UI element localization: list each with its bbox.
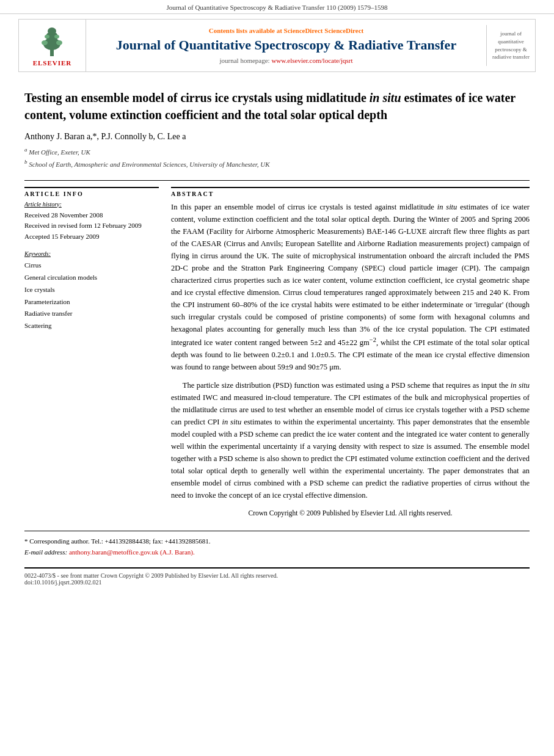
- journal-citation: Journal of Quantitative Spectroscopy & R…: [166, 4, 387, 11]
- journal-banner: ELSEVIER Contents lists available at Sci…: [18, 19, 536, 72]
- svg-point-3: [48, 27, 56, 35]
- elsevier-tree-icon: [34, 24, 70, 58]
- journal-top-bar: Journal of Quantitative Spectroscopy & R…: [0, 0, 554, 14]
- issn-line: 0022-4073/$ - see front matter Crown Cop…: [24, 572, 530, 579]
- divider: [24, 180, 530, 181]
- email-note: E-mail address: anthony.baran@metoffice.…: [24, 547, 530, 558]
- copyright-line: Crown Copyright © 2009 Published by Else…: [171, 507, 530, 518]
- abstract-text: In this paper an ensemble model of cirru…: [171, 201, 530, 519]
- svg-point-7: [54, 35, 59, 38]
- article-info-heading: ARTICLE INFO: [24, 187, 159, 197]
- email-address[interactable]: anthony.baran@metoffice.gov.uk (A.J. Bar…: [69, 548, 195, 556]
- corresponding-author-note: * Corresponding author. Tel.: +441392884…: [24, 536, 530, 547]
- list-item: Scattering: [24, 320, 159, 332]
- svg-point-6: [45, 35, 49, 38]
- journal-homepage: journal homepage: www.elsevier.com/locat…: [92, 57, 480, 64]
- article-history-block: Article history: Received 28 November 20…: [24, 201, 159, 242]
- abstract-paragraph-2: The particle size distribution (PSD) fun…: [171, 379, 530, 501]
- journal-title-banner: Journal of Quantitative Spectroscopy & R…: [92, 37, 480, 54]
- doi-line: doi:10.1016/j.jqsrt.2009.02.021: [24, 579, 530, 586]
- affiliations: a Met Office, Exeter, UK b School of Ear…: [24, 145, 530, 170]
- history-label: Article history:: [24, 201, 159, 208]
- keywords-list: Cirrus General circulation models Ice cr…: [24, 260, 159, 332]
- list-item: Ice crystals: [24, 284, 159, 296]
- homepage-url[interactable]: www.elsevier.com/locate/jqsrt: [271, 57, 352, 64]
- svg-point-4: [42, 40, 48, 45]
- keywords-block: Keywords: Cirrus General circulation mod…: [24, 250, 159, 332]
- abstract-column: ABSTRACT In this paper an ensemble model…: [171, 187, 530, 519]
- article-info-column: ARTICLE INFO Article history: Received 2…: [24, 187, 159, 519]
- keywords-label: Keywords:: [24, 250, 159, 257]
- main-content: Testing an ensemble model of cirrus ice …: [0, 77, 554, 598]
- sciencedirect-label: Contents lists available at ScienceDirec…: [92, 27, 480, 34]
- abstract-paragraph-1: In this paper an ensemble model of cirru…: [171, 201, 530, 373]
- journal-banner-center: Contents lists available at ScienceDirec…: [86, 21, 486, 70]
- list-item: Radiative transfer: [24, 308, 159, 320]
- elsevier-logo: ELSEVIER: [33, 24, 72, 67]
- two-column-layout: ARTICLE INFO Article history: Received 2…: [24, 187, 530, 519]
- elsevier-logo-area: ELSEVIER: [19, 20, 86, 71]
- elsevier-wordmark: ELSEVIER: [33, 59, 72, 67]
- svg-point-5: [56, 40, 62, 45]
- sciencedirect-brand: ScienceDirect: [324, 27, 363, 34]
- list-item: Parameterization: [24, 296, 159, 308]
- authors: Anthony J. Baran a,*, P.J. Connolly b, C…: [24, 132, 530, 142]
- journal-thumbnail: journal of quantitative pectroscopy & ra…: [486, 25, 535, 65]
- footnote-section: * Corresponding author. Tel.: +441392884…: [24, 531, 530, 558]
- received-date: Received 28 November 2008 Received in re…: [24, 210, 159, 242]
- list-item: Cirrus: [24, 260, 159, 272]
- paper-title: Testing an ensemble model of cirrus ice …: [24, 89, 530, 123]
- list-item: General circulation models: [24, 272, 159, 284]
- bottom-bar: 0022-4073/$ - see front matter Crown Cop…: [24, 567, 530, 586]
- abstract-heading: ABSTRACT: [171, 187, 530, 197]
